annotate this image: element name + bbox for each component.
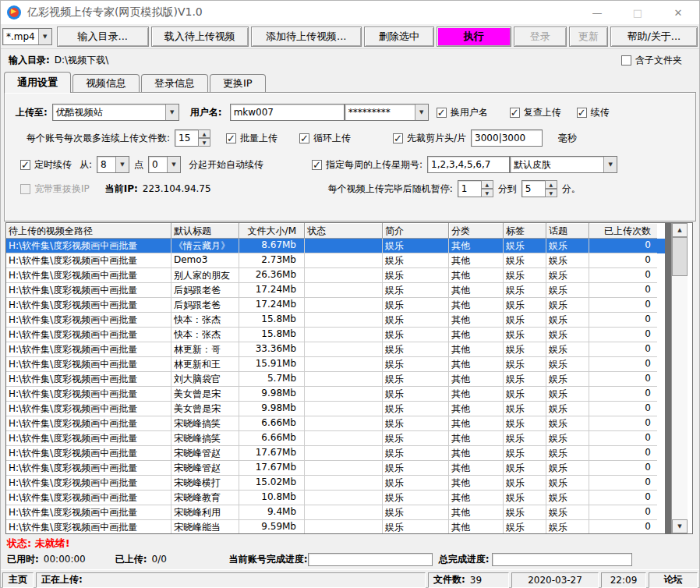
toolbar-button-5[interactable]: 执行 [437, 27, 511, 47]
vertical-scrollbar[interactable]: ▲ ▼ [671, 223, 688, 533]
table-row[interactable]: H:\软件集\度彩视频画中画批量后妈跟老爸17.24Mb娱乐其他娱乐娱乐0 [6, 283, 665, 298]
password-select[interactable]: ********* ▼ [345, 104, 429, 121]
column-header-topic[interactable]: 话题 [546, 223, 589, 239]
close-icon[interactable]: ✕ [671, 7, 685, 19]
username-input[interactable]: mkw007 [230, 104, 345, 121]
checkbox-checked-icon[interactable] [393, 133, 403, 143]
weekday-checkbox[interactable]: 指定每周的上传星期号: [312, 158, 422, 172]
chevron-down-icon[interactable]: ▼ [603, 157, 617, 172]
maximize-icon[interactable]: □ [631, 7, 645, 19]
toolbar-button-4[interactable]: 删除选中 [364, 27, 434, 47]
table-row[interactable]: H:\软件集\度彩视频画中画批量Demo32.73Mb娱乐其他娱乐娱乐0 [6, 253, 665, 268]
chevron-down-icon[interactable]: ▼ [38, 29, 51, 44]
table-row[interactable]: H:\软件集\度彩视频画中画批量林更新：哥33.36Mb娱乐其他娱乐娱乐0 [6, 342, 665, 357]
column-header-title[interactable]: 默认标题 [171, 223, 239, 239]
spinner-down-icon[interactable]: ▼ [198, 138, 210, 147]
home-link[interactable]: 主页 [2, 572, 34, 588]
table-row[interactable]: H:\软件集\度彩视频画中画批量宋晓峰搞笑6.66Mb娱乐其他娱乐娱乐0 [6, 431, 665, 446]
schedule-hour-select[interactable]: 8 ▼ [97, 156, 129, 173]
chevron-down-icon[interactable]: ▼ [115, 157, 129, 172]
forum-link[interactable]: 论坛 [649, 572, 698, 588]
toolbar-button-1[interactable]: 输入目录... [57, 27, 149, 47]
spinner-up-icon[interactable]: ▲ [198, 129, 210, 138]
table-row[interactable]: H:\软件集\度彩视频画中画批量林更新和王15.91Mb娱乐其他娱乐娱乐0 [6, 357, 665, 372]
column-header-path[interactable]: 待上传的视频全路径 [6, 223, 171, 239]
table-row[interactable]: H:\软件集\度彩视频画中画批量宋晓峰能当9.59Mb娱乐其他娱乐娱乐0 [6, 520, 665, 533]
cell-topic: 娱乐 [546, 387, 589, 402]
table-row[interactable]: H:\软件集\度彩视频画中画批量快本：张杰15.8Mb娱乐其他娱乐娱乐0 [6, 328, 665, 342]
tab-2[interactable]: 视频信息 [72, 74, 140, 92]
spinner-down-icon[interactable]: ▼ [545, 189, 557, 197]
include-subfolder-checkbox[interactable]: 含子文件夹 [621, 54, 682, 67]
spinner-down-icon[interactable]: ▼ [481, 189, 493, 197]
table-row[interactable]: H:\软件集\度彩视频画中画批量后妈跟老爸17.24Mb娱乐其他娱乐娱乐0 [6, 298, 665, 313]
redial-ip-checkbox[interactable]: 宽带重拨换IP [20, 182, 90, 196]
upload-site-select[interactable]: 优酷视频站 ▼ [52, 104, 179, 121]
minimize-icon[interactable]: — [590, 7, 604, 19]
chevron-down-icon[interactable]: ▼ [167, 157, 180, 172]
column-header-size[interactable]: 文件大小/M [239, 223, 305, 239]
change-username-checkbox[interactable]: 换用户名 [437, 106, 488, 119]
spinner-up-icon[interactable]: ▲ [545, 180, 557, 189]
pause-mid-label: 分到 [498, 182, 517, 196]
trim-range-input[interactable]: 3000|3000 [471, 129, 543, 147]
resume-upload-checkbox[interactable]: 续传 [577, 106, 610, 119]
cell-status [305, 446, 383, 461]
checkbox-checked-icon[interactable] [299, 133, 309, 143]
file-filter-select[interactable]: *.mp4 ▼ [2, 28, 52, 45]
column-header-status[interactable]: 状态 [305, 223, 383, 239]
pause-max-stepper[interactable]: 5 ▲▼ [521, 180, 557, 197]
table-row[interactable]: H:\软件集\度彩视频画中画批量宋晓峰管赵17.67Mb娱乐其他娱乐娱乐0 [6, 461, 665, 476]
schedule-minute-select[interactable]: 0 ▼ [148, 156, 181, 173]
table-row[interactable]: H:\软件集\度彩视频画中画批量宋晓峰管赵17.67Mb娱乐其他娱乐娱乐0 [6, 446, 665, 461]
batch-upload-checkbox[interactable]: 批量上传 [226, 132, 278, 145]
checkbox-checked-icon[interactable] [577, 108, 587, 118]
scroll-up-icon[interactable]: ▲ [672, 223, 688, 237]
trim-clip-checkbox[interactable]: 先裁剪片头/片 [393, 132, 466, 145]
table-row[interactable]: H:\软件集\度彩视频画中画批量宋晓峰横打15.02Mb娱乐其他娱乐娱乐0 [6, 476, 665, 491]
max-files-stepper[interactable]: 15 ▲▼ [175, 129, 210, 147]
table-row[interactable]: H:\软件集\度彩视频画中画批量宋晓峰教育10.8Mb娱乐其他娱乐娱乐0 [6, 491, 665, 505]
column-header-tag[interactable]: 标签 [504, 223, 546, 239]
column-header-intro[interactable]: 简介 [383, 223, 449, 239]
cell-intro: 娱乐 [383, 476, 449, 491]
table-row[interactable]: H:\软件集\度彩视频画中画批量快本：张杰15.8Mb娱乐其他娱乐娱乐0 [6, 313, 665, 328]
tab-3[interactable]: 登录信息 [141, 74, 208, 92]
table-row[interactable]: H:\软件集\度彩视频画中画批量宋晓峰搞笑6.66Mb娱乐其他娱乐娱乐0 [6, 416, 665, 431]
column-header-count[interactable]: 已上传次数 [589, 223, 657, 239]
chevron-down-icon[interactable]: ▼ [415, 104, 428, 120]
checkbox-checked-icon[interactable] [510, 108, 520, 118]
toolbar-button-7: 更新 [569, 27, 608, 47]
checkbox-checked-icon[interactable] [226, 133, 236, 143]
checkbox-checked-icon[interactable] [20, 160, 30, 170]
status-label: 状态: [7, 537, 31, 549]
table-row[interactable]: H:\软件集\度彩视频画中画批量刘大脑袋官5.7Mb娱乐其他娱乐娱乐0 [6, 372, 665, 387]
weekday-input[interactable]: 1,2,3,4,5,6,7 [427, 156, 510, 173]
checkbox-checked-icon[interactable] [312, 160, 322, 170]
scheduled-resume-checkbox[interactable]: 定时续传 [20, 158, 72, 172]
chevron-down-icon[interactable]: ▼ [165, 104, 179, 120]
checkbox-unchecked-icon[interactable] [621, 55, 631, 66]
table-row[interactable]: H:\软件集\度彩视频画中画批量《情云藏月》8.67Mb娱乐其他娱乐娱乐0 [6, 239, 665, 253]
tab-4[interactable]: 更换IP [210, 74, 266, 92]
toolbar-button-8[interactable]: 帮助/关于... [610, 27, 698, 47]
pause-min-stepper[interactable]: 1 ▲▼ [458, 180, 493, 197]
checkbox-unchecked-icon[interactable] [20, 184, 30, 194]
checkbox-checked-icon[interactable] [437, 108, 447, 118]
toolbar-button-2[interactable]: 载入待上传视频 [151, 27, 249, 47]
spinner-up-icon[interactable]: ▲ [481, 180, 493, 189]
table-row[interactable]: H:\软件集\度彩视频画中画批量别人家的朋友26.36Mb娱乐其他娱乐娱乐0 [6, 268, 665, 283]
column-header-category[interactable]: 分类 [449, 223, 504, 239]
loop-upload-checkbox[interactable]: 循环上传 [299, 132, 351, 145]
toolbar-button-3[interactable]: 添加待上传视频... [251, 27, 362, 47]
tab-1[interactable]: 通用设置 [4, 72, 71, 93]
table-row[interactable]: H:\软件集\度彩视频画中画批量宋晓峰利用9.4Mb娱乐其他娱乐娱乐0 [6, 505, 665, 520]
table-row[interactable]: H:\软件集\度彩视频画中画批量美女曾是宋9.98Mb娱乐其他娱乐娱乐0 [6, 387, 665, 402]
recheck-upload-checkbox[interactable]: 复查上传 [510, 106, 561, 119]
tab-bar: 通用设置视频信息登录信息更换IP [1, 71, 699, 92]
scroll-down-icon[interactable]: ▼ [672, 519, 688, 533]
scrollbar-thumb[interactable] [672, 237, 688, 276]
table-row[interactable]: H:\软件集\度彩视频画中画批量美女曾是宋9.98Mb娱乐其他娱乐娱乐0 [6, 402, 665, 416]
scrollbar-track[interactable] [672, 276, 688, 519]
skin-select[interactable]: 默认皮肤 ▼ [510, 156, 617, 173]
